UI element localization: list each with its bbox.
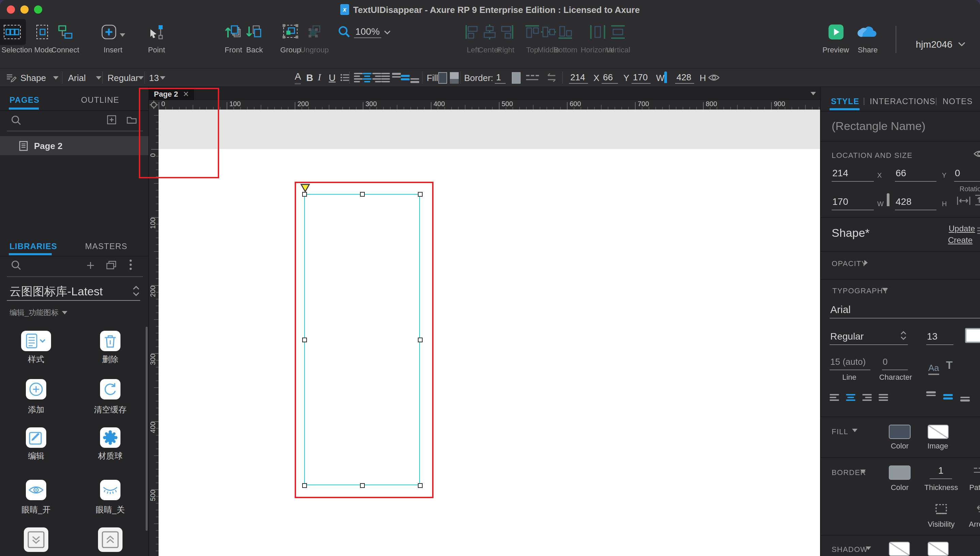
case-button[interactable]: Aa — [928, 363, 939, 375]
border-thickness-input[interactable]: 1 — [495, 69, 506, 86]
w-input[interactable]: 170 — [631, 69, 651, 86]
account-menu[interactable]: hjm2046 — [916, 31, 965, 57]
share-button[interactable]: Share — [857, 19, 878, 54]
vertical-align-bottom-button[interactable] — [410, 71, 419, 89]
font-weight-dropdown[interactable]: Regular — [108, 69, 139, 86]
tab-outline[interactable]: OUTLINE — [81, 95, 119, 105]
library-item-delete[interactable] — [100, 331, 121, 351]
zoom-value[interactable]: 100% — [354, 26, 381, 38]
add-folder-icon[interactable] — [127, 116, 137, 124]
border-arrows-icon-panel[interactable] — [975, 505, 980, 513]
library-more-icon[interactable] — [129, 259, 132, 270]
border-arrows-icon[interactable] — [544, 69, 557, 86]
border-color-swatch[interactable] — [512, 69, 521, 86]
add-page-icon[interactable] — [107, 115, 116, 124]
text-align-center-button[interactable] — [363, 69, 371, 86]
selection-mode-button[interactable]: Selection Mode — [0, 19, 56, 54]
panel-font-weight-select[interactable]: Regular — [830, 331, 908, 345]
tab-notes[interactable]: NOTES — [943, 97, 973, 106]
border-visibility-icon[interactable] — [935, 504, 947, 514]
fill-header[interactable]: FILL — [831, 427, 848, 436]
rotation-input[interactable]: 0 — [954, 167, 980, 182]
italic-button[interactable]: I — [318, 69, 321, 86]
fill-collapse-icon[interactable] — [852, 429, 857, 432]
library-item-collapse[interactable] — [24, 527, 48, 552]
library-item-eye-open[interactable] — [26, 480, 46, 500]
zoom-dropdown-icon[interactable] — [384, 30, 391, 34]
fit-height-icon[interactable] — [975, 195, 980, 205]
vertical-align-middle-button[interactable] — [401, 69, 410, 86]
panel-y-input[interactable]: 66 — [895, 167, 936, 182]
typography-collapse-icon[interactable] — [882, 288, 888, 291]
preview-button[interactable]: Preview — [822, 19, 849, 54]
shadow-collapse-icon[interactable] — [866, 546, 871, 550]
point-button[interactable]: Point — [148, 19, 165, 54]
font-family-dropdown[interactable]: Arial — [68, 69, 86, 86]
font-weight-stepper-icon[interactable] — [900, 331, 906, 340]
fill-color-swatch-panel[interactable] — [889, 425, 911, 439]
bullet-list-icon[interactable] — [340, 69, 350, 86]
tab-masters[interactable]: MASTERS — [85, 242, 127, 251]
style-menu-icon[interactable] — [977, 226, 980, 235]
back-button[interactable]: Back — [245, 19, 264, 54]
sidebar-scrollbar[interactable] — [145, 326, 148, 531]
group-button[interactable]: Group — [280, 19, 301, 54]
shadow-inner-swatch[interactable] — [928, 542, 949, 556]
widget-style-dropdown[interactable]: Shape — [20, 69, 46, 86]
canvas-viewport[interactable] — [158, 110, 820, 556]
text-align-right-button[interactable] — [372, 69, 381, 86]
character-spacing-input[interactable]: 0 — [882, 357, 908, 370]
visibility-eye-icon[interactable] — [708, 69, 720, 86]
shadow-header[interactable]: SHADOW — [831, 545, 868, 553]
h-input[interactable]: 428 — [675, 69, 694, 86]
panel-font-family-input[interactable]: Arial — [830, 304, 980, 318]
unlock-ratio-icon[interactable] — [884, 195, 890, 207]
ungroup-button[interactable]: Ungroup — [300, 19, 329, 54]
text-align-justify-button[interactable] — [381, 69, 390, 86]
panel-h-input[interactable]: 428 — [895, 196, 936, 210]
panel-align-right-button[interactable] — [862, 394, 872, 401]
font-family-caret-icon[interactable] — [96, 69, 102, 86]
horizontal-ruler[interactable]: 0 100 200 300 400 500 600 700 800 900 — [158, 100, 820, 110]
border-pattern-icon-panel[interactable] — [973, 465, 980, 475]
minimize-window-icon[interactable] — [20, 5, 29, 14]
connect-button[interactable]: Connect — [52, 19, 79, 54]
line-spacing-input[interactable]: 15 (auto) — [830, 357, 870, 370]
tab-libraries[interactable]: LIBRARIES — [10, 242, 57, 251]
x-input[interactable]: 214 — [569, 69, 588, 86]
panel-align-left-button[interactable] — [830, 394, 839, 401]
select-intersected-icon[interactable] — [0, 19, 26, 45]
align-right-button[interactable]: Right — [497, 19, 514, 54]
shadow-outer-swatch[interactable] — [889, 542, 910, 556]
border-pattern-icon[interactable] — [525, 69, 539, 86]
update-style-link[interactable]: Update — [949, 224, 975, 233]
align-bottom-button[interactable]: Bottom — [554, 19, 578, 54]
vertical-align-top-button[interactable] — [392, 66, 401, 84]
y-input[interactable]: 66 — [602, 69, 618, 86]
style-dropdown-caret-icon[interactable] — [53, 69, 58, 86]
underline-button[interactable]: U — [329, 69, 336, 86]
library-item-style[interactable] — [21, 331, 51, 351]
tab-style[interactable]: STYLE — [831, 97, 859, 106]
create-style-link[interactable]: Create — [948, 236, 972, 245]
text-align-left-button[interactable] — [354, 69, 363, 86]
font-size-dropdown[interactable]: 13 — [149, 69, 159, 86]
border-thickness-input-panel[interactable]: 1 — [930, 465, 952, 479]
tab-pages[interactable]: PAGES — [10, 95, 39, 105]
library-item-expand[interactable] — [98, 527, 123, 552]
library-select[interactable]: 云图图标库-Latest — [10, 284, 103, 299]
fill-shading-swatch[interactable] — [450, 69, 459, 86]
lock-ratio-icon[interactable] — [664, 69, 671, 86]
pages-search-icon[interactable] — [11, 115, 21, 125]
opacity-expand-icon[interactable] — [864, 260, 868, 265]
border-color-swatch-panel[interactable] — [889, 465, 911, 480]
panel-font-size-input[interactable]: 13 — [926, 331, 953, 345]
insert-dropdown-icon[interactable] — [120, 33, 125, 36]
font-color-swatch[interactable] — [965, 328, 980, 343]
font-size-caret-icon[interactable] — [160, 69, 165, 86]
opacity-header[interactable]: OPACITY — [831, 259, 867, 267]
panel-valign-top-button[interactable] — [926, 391, 936, 396]
text-style-icon[interactable]: T — [946, 359, 953, 372]
tab-overflow-icon[interactable] — [810, 92, 816, 95]
fill-image-swatch[interactable] — [928, 425, 949, 439]
